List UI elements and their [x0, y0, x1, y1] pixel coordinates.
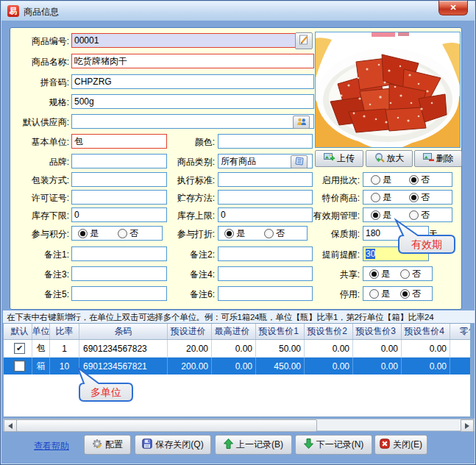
radio-no-label: 否	[421, 191, 430, 204]
table-header-row: 默认 单位 比率 条码 预设进价 最高进价 预设售价1 预设售价2 预设售价3 …	[4, 324, 471, 340]
share-no-radio[interactable]	[400, 269, 410, 279]
product-code-input[interactable]: 00001	[71, 33, 298, 48]
default-checkbox[interactable]: ✔	[14, 343, 25, 354]
col-header-price3[interactable]: 预设售价3	[353, 324, 402, 339]
batch-label: 启用批次:	[292, 174, 360, 187]
unit-cell[interactable]: 箱	[32, 358, 50, 375]
col-header-price4[interactable]: 预设售价4	[402, 324, 450, 339]
col-header-price1[interactable]: 预设售价1	[256, 324, 305, 339]
supplier-input[interactable]	[71, 114, 314, 129]
radio-yes-label: 是	[383, 191, 391, 204]
table-horizontal-scrollbar[interactable]	[3, 419, 475, 431]
pinyin-input[interactable]: CHPZRG	[71, 74, 314, 89]
radio-yes-label: 是	[90, 227, 99, 240]
product-code-label: 商品编号:	[5, 35, 69, 48]
disabled-yes-radio[interactable]	[369, 289, 379, 299]
purchase-cell[interactable]: 200.00	[168, 358, 212, 375]
close-x-icon	[380, 439, 390, 451]
price3-cell[interactable]: 0.00	[353, 358, 402, 375]
batch-yes-radio[interactable]	[371, 175, 380, 185]
expiry-yes-radio[interactable]	[371, 210, 380, 220]
retail-cell[interactable]	[450, 358, 471, 375]
special-yes-radio[interactable]	[371, 193, 380, 202]
config-label: 配置	[105, 439, 123, 451]
remark5-label: 备注5:	[5, 288, 69, 301]
ratio-cell[interactable]: 1	[50, 340, 79, 357]
scrollbar-thumb[interactable]	[16, 419, 317, 432]
disabled-no-radio[interactable]	[400, 289, 410, 299]
discount-label: 参与打折:	[150, 228, 215, 241]
col-header-unit[interactable]: 单位	[32, 324, 50, 339]
max-purchase-cell[interactable]: 0.00	[212, 358, 256, 375]
retail-cell[interactable]: 50.00	[450, 340, 471, 357]
product-name-input[interactable]: 吃货牌猪肉干	[71, 54, 314, 68]
pick-supplier-button[interactable]	[293, 116, 310, 129]
selected-text: 30	[366, 249, 375, 259]
expiry-mgmt-label: 有效期管理:	[292, 210, 360, 222]
radio-no-label: 否	[421, 174, 430, 186]
default-checkbox[interactable]	[14, 361, 25, 372]
table-row[interactable]: ✔ 包 1 6901234567823 20.00 0.00 50.00 0.0…	[4, 340, 471, 358]
col-header-purchase[interactable]: 预设进价	[168, 324, 212, 339]
barcode-cell[interactable]: 6901234567823	[79, 340, 168, 357]
col-header-default[interactable]: 默认	[7, 324, 32, 339]
expiry-annotation-callout: 有效期	[393, 217, 459, 258]
unit-cell[interactable]: 包	[32, 340, 50, 357]
price1-cell[interactable]: 450.00	[256, 358, 305, 375]
price4-cell[interactable]: 0.00	[402, 358, 450, 375]
price2-cell[interactable]: 0.00	[305, 358, 353, 375]
col-header-max-purchase[interactable]: 最高进价	[212, 324, 256, 339]
radio-no-label: 否	[412, 268, 421, 280]
save-close-button[interactable]: 保存关闭(Q)	[135, 435, 211, 455]
special-no-radio[interactable]	[409, 193, 419, 202]
magnifier-plus-icon	[374, 152, 385, 165]
storage-label: 贮存方法:	[150, 192, 215, 205]
batch-no-radio[interactable]	[409, 175, 419, 185]
product-name-label: 商品名称:	[5, 56, 69, 68]
price1-cell[interactable]: 50.00	[256, 340, 305, 357]
remark1-label: 备注1:	[5, 249, 69, 261]
discount-no-radio[interactable]	[264, 229, 274, 238]
batch-radio-group: 是 否	[363, 172, 452, 187]
close-label: 关闭(E)	[393, 439, 422, 451]
edit-code-button[interactable]	[295, 32, 313, 49]
special-radio-group: 是 否	[363, 190, 452, 205]
price3-cell[interactable]: 0.00	[353, 340, 402, 357]
people-icon	[296, 116, 307, 129]
col-header-price2[interactable]: 预设售价2	[305, 324, 353, 339]
window-close-button[interactable]: ✕	[438, 1, 468, 15]
scroll-right-button[interactable]	[461, 419, 474, 432]
upload-icon	[324, 153, 335, 165]
config-button[interactable]: 配置	[84, 435, 131, 455]
brand-label: 品牌:	[5, 156, 69, 168]
pick-category-button[interactable]	[291, 155, 308, 168]
col-header-barcode[interactable]: 条码	[79, 324, 168, 339]
color-input[interactable]	[218, 134, 313, 149]
max-purchase-cell[interactable]: 0.00	[212, 340, 256, 357]
remark6-label: 备注6:	[150, 288, 215, 301]
radio-yes-label: 是	[236, 227, 245, 240]
col-header-retail[interactable]: 零售价	[450, 324, 471, 339]
scroll-left-button[interactable]	[4, 419, 17, 432]
price2-cell[interactable]: 0.00	[305, 340, 353, 357]
col-header-ratio[interactable]: 比率	[50, 324, 79, 339]
close-button[interactable]: 关闭(E)	[374, 435, 427, 455]
delete-label: 删除	[436, 152, 454, 165]
points-yes-radio[interactable]	[78, 229, 88, 238]
share-yes-radio[interactable]	[369, 269, 379, 279]
spec-input[interactable]: 500g	[71, 94, 314, 109]
zoom-image-button[interactable]: 放大	[366, 150, 413, 167]
next-record-button[interactable]: 下一记录(N)	[295, 435, 372, 455]
arrow-left-icon	[8, 423, 13, 429]
delete-image-button[interactable]: 删除	[414, 150, 462, 167]
price4-cell[interactable]: 0.00	[402, 340, 450, 357]
prev-record-button[interactable]: 上一记录(B)	[215, 435, 292, 455]
discount-yes-radio[interactable]	[224, 229, 234, 238]
multi-unit-annotation-text: 多单位	[90, 386, 121, 398]
upload-image-button[interactable]: 上传	[315, 150, 363, 167]
purchase-cell[interactable]: 20.00	[168, 340, 212, 357]
points-no-radio[interactable]	[118, 229, 127, 238]
view-help-link[interactable]: 查看帮助	[34, 440, 69, 452]
hint-bar: 在下表中右键新增行，在单位上双击可选择多个单位。例：可乐1箱24瓶，单位【瓶】比…	[3, 310, 475, 323]
radio-no-label: 否	[412, 288, 421, 300]
